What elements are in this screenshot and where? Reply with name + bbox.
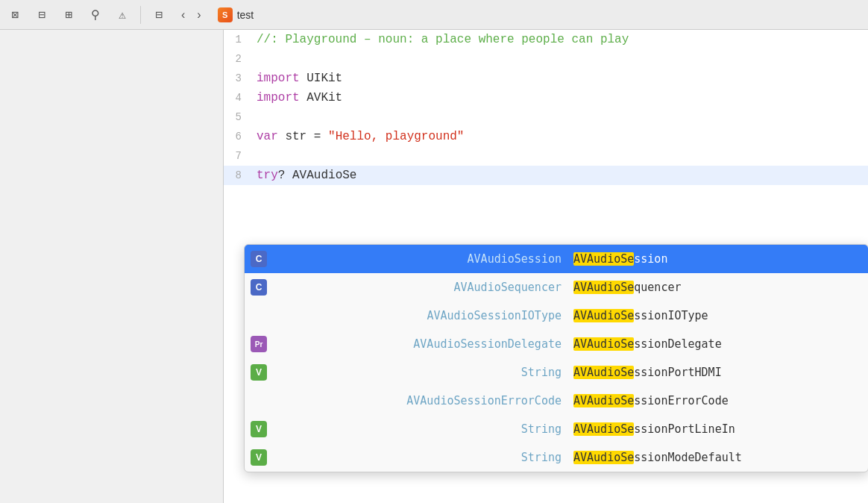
badge-3 [251,307,267,324]
code-line-8: 8 try? AVAudioSe [224,166,868,185]
back-button[interactable]: ‹ [177,7,189,23]
code-line-3: 3 import UIKit [224,69,868,88]
hierarchy-icon[interactable]: ⊞ [60,6,78,24]
badge-2: C [251,279,267,296]
line-content-4: import AVKit [254,88,868,107]
breakpoint-icon[interactable]: ⊟ [33,6,51,24]
ac-right-3: AVAudioSessionIOType [570,309,868,322]
toolbar: ⊠ ⊟ ⊞ ⚲ ⚠ ⊟ ‹ › S test [0,0,868,30]
badge-6 [251,393,267,409]
badge-1: C [251,251,267,267]
line-content-3: import UIKit [254,69,868,88]
line-number-1: 1 [224,30,254,49]
badge-5: V [251,364,267,381]
line-number-8: 8 [224,166,254,185]
code-line-2: 2 [224,49,868,69]
divider [140,6,141,24]
ac-left-4: AVAudioSessionDelegate [267,337,570,351]
code-line-5: 5 [224,107,868,127]
line-number-4: 4 [224,88,254,107]
autocomplete-item-3[interactable]: AVAudioSessionIOType AVAudioSessionIOTyp… [245,302,868,330]
nav-buttons: ‹ › [177,7,206,23]
autocomplete-item-8[interactable]: V String AVAudioSessionModeDefault [245,443,868,472]
warning-icon[interactable]: ⚠ [113,6,131,24]
forward-button[interactable]: › [192,7,205,23]
autocomplete-dropdown[interactable]: C AVAudioSession AVAudioSession C AVAudi… [244,244,868,472]
autocomplete-item-5[interactable]: V String AVAudioSessionPortHDMI [245,358,868,387]
ac-left-2: AVAudioSequencer [267,281,570,294]
autocomplete-item-6[interactable]: AVAudioSessionErrorCode AVAudioSessionEr… [245,387,868,415]
grid-icon[interactable]: ⊟ [150,6,168,24]
line-number-2: 2 [224,49,254,69]
code-line-4: 4 import AVKit [224,88,868,107]
editor-area[interactable]: 1 //: Playground – noun: a place where p… [224,30,868,503]
ac-left-6: AVAudioSessionErrorCode [267,394,570,407]
ac-right-1: AVAudioSession [570,252,868,266]
ac-left-1: AVAudioSession [267,252,570,266]
line-number-6: 6 [224,127,254,146]
line-content-6: var str = "Hello, playground" [254,127,868,146]
line-number-3: 3 [224,69,254,88]
code-line-1: 1 //: Playground – noun: a place where p… [224,30,868,49]
main-layout: 1 //: Playground – noun: a place where p… [0,30,868,503]
badge-8: V [251,449,267,466]
badge-4: Pr [251,336,267,352]
autocomplete-item-2[interactable]: C AVAudioSequencer AVAudioSequencer [245,273,868,302]
autocomplete-item-7[interactable]: V String AVAudioSessionPortLineIn [245,415,868,443]
ac-right-5: AVAudioSessionPortHDMI [570,366,868,379]
autocomplete-item-1[interactable]: C AVAudioSession AVAudioSession [245,245,868,273]
badge-7: V [251,421,267,437]
line-content-8: try? AVAudioSe [254,166,868,185]
sidebar [0,30,224,503]
ac-left-3: AVAudioSessionIOType [267,309,570,322]
line-number-7: 7 [224,146,254,166]
ac-left-5: String [267,366,570,379]
line-content-1: //: Playground – noun: a place where peo… [254,30,868,49]
ac-left-7: String [267,422,570,436]
ac-right-7: AVAudioSessionPortLineIn [570,422,868,436]
ac-left-8: String [267,451,570,464]
line-number-5: 5 [224,107,254,127]
filename: test [237,9,254,21]
autocomplete-item-4[interactable]: Pr AVAudioSessionDelegate AVAudioSession… [245,330,868,358]
ac-right-4: AVAudioSessionDelegate [570,337,868,351]
file-info: S test [218,7,254,22]
stop-icon[interactable]: ⊠ [6,6,24,24]
search-icon[interactable]: ⚲ [87,6,104,24]
code-line-6: 6 var str = "Hello, playground" [224,127,868,146]
swift-file-icon: S [218,7,233,22]
ac-right-2: AVAudioSequencer [570,281,868,294]
code-line-7: 7 [224,146,868,166]
ac-right-6: AVAudioSessionErrorCode [570,394,868,407]
ac-right-8: AVAudioSessionModeDefault [570,451,868,464]
